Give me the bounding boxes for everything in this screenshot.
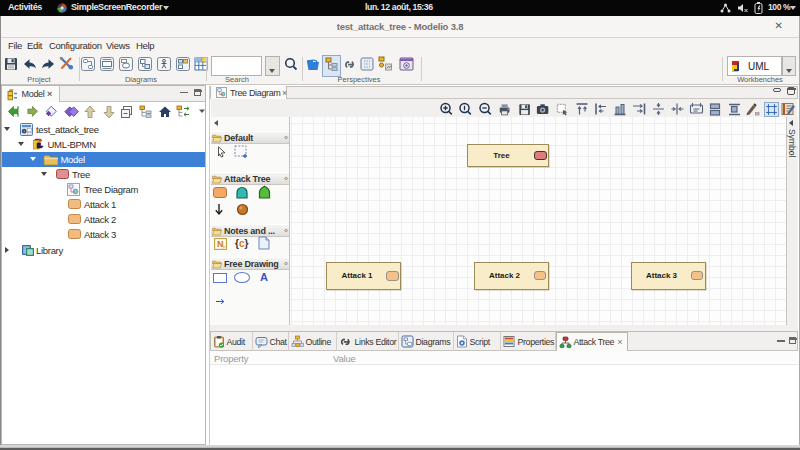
svg-text:N: N <box>217 239 224 249</box>
